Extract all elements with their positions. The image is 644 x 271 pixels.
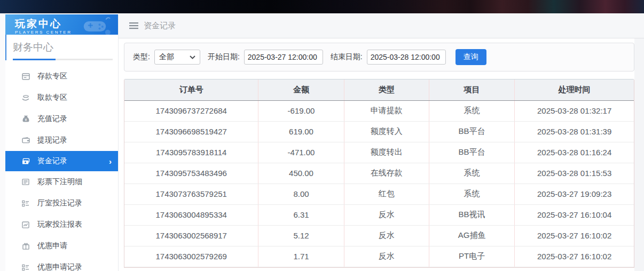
end-date-label: 结束日期:	[331, 52, 363, 62]
table-cell: -619.00	[258, 100, 344, 121]
table-row: 17430737635792518.00红包系统2025-03-27 19:09…	[124, 184, 634, 204]
table-cell: 申请提款	[344, 100, 429, 121]
table-cell: BB平台	[429, 121, 514, 142]
table-cell: BB视讯	[429, 204, 514, 225]
sidebar-menu: 存款专区取款专区¥充值记录提现记录资金记录›彩票下注明细厅室投注记录玩家投注报表…	[5, 66, 118, 271]
table-cell: -471.00	[258, 142, 344, 163]
sidebar-item-7[interactable]: 玩家投注报表	[5, 214, 118, 235]
table-cell: 1743073763579251	[124, 184, 258, 204]
sidebar-item-label: 优惠申请	[37, 241, 67, 251]
sidebar-item-label: 充值记录	[37, 114, 67, 124]
table-row: 17430630025792691.71反水PT电子2025-03-27 16:…	[124, 246, 634, 267]
sidebar-item-2[interactable]: ¥充值记录	[5, 108, 118, 130]
table-cell: 2025-03-27 19:09:23	[515, 184, 634, 204]
table-cell: 2025-03-28 01:31:39	[515, 121, 634, 142]
search-button[interactable]: 查询	[455, 49, 486, 65]
sidebar-item-label: 存款专区	[37, 71, 67, 81]
type-select-value: 全部	[159, 52, 174, 62]
table-header-row: 订单号金额类型项目处理时间	[124, 79, 634, 100]
moneybag-icon: ¥	[21, 115, 30, 123]
table-cell: 2025-03-27 16:10:02	[515, 225, 634, 246]
table-cell: 2025-03-28 01:16:24	[515, 142, 634, 163]
sidebar-item-5[interactable]: 彩票下注明细	[5, 171, 118, 193]
menu-toggle-icon[interactable]	[129, 22, 138, 29]
end-date-input[interactable]	[367, 50, 446, 65]
chart-icon	[21, 220, 30, 229]
finance-center-title: 财务中心	[13, 41, 113, 54]
table-row: 1743096698519427619.00额度转入BB平台2025-03-28…	[124, 121, 634, 142]
table-cell: 红包	[344, 184, 429, 204]
table-cell: 6.31	[258, 204, 344, 225]
sidebar-item-3[interactable]: 提现记录	[5, 130, 118, 151]
sidebar-item-label: 玩家投注报表	[37, 220, 82, 229]
banknotes-icon	[21, 157, 30, 165]
table-cell: 2025-03-27 16:10:04	[515, 204, 634, 225]
chevron-right-icon: ›	[109, 157, 112, 166]
table-cell: 反水	[344, 204, 429, 225]
records-table: 订单号金额类型项目处理时间 1743096737272684-619.00申请提…	[124, 79, 634, 267]
sidebar-item-8[interactable]: 优惠申请	[5, 235, 118, 257]
finance-section-header: 财务中心	[5, 35, 118, 60]
table-row: 17430630048953346.31反水BB视讯2025-03-27 16:…	[124, 204, 634, 225]
table-cell: 1743063004895334	[124, 204, 258, 225]
sidebar-item-label: 厅室投注记录	[37, 198, 82, 208]
sidebar-item-4[interactable]: 资金记录›	[5, 151, 118, 171]
table-cell: AG捕鱼	[429, 225, 514, 246]
sidebar-item-label: 取款专区	[37, 93, 67, 102]
type-select[interactable]: 全部	[154, 50, 200, 65]
table-cell: 1743095783918114	[124, 142, 258, 163]
table-cell: 1743063002579269	[124, 246, 258, 267]
sidebar-item-label: 提现记录	[37, 136, 67, 145]
table-cell: 系统	[429, 184, 514, 204]
sidebar-header: 玩家中心 PLAYERS CENTER	[5, 14, 118, 35]
table-cell: 反水	[344, 246, 429, 267]
table-cell: PT电子	[429, 246, 514, 267]
column-header: 金额	[258, 79, 344, 100]
sidebar-item-0[interactable]: 存款专区	[5, 66, 118, 87]
table-cell: 2025-03-28 01:32:17	[515, 100, 634, 121]
sidebar: 玩家中心 PLAYERS CENTER 财务中心 存款专区取款专区¥充值记录提现	[5, 14, 119, 271]
table-row: 1743095753483496450.00在线存款系统2025-03-28 0…	[124, 163, 634, 184]
sidebar-item-label: 优惠申请记录	[37, 262, 82, 271]
table-cell: 1743063002568917	[124, 225, 258, 246]
table-cell: 额度转出	[344, 142, 429, 163]
table-cell: 619.00	[258, 121, 344, 142]
wallet-icon	[21, 136, 30, 145]
table-cell: 1743096737272684	[124, 100, 258, 121]
type-label: 类型:	[133, 52, 150, 62]
start-date-input[interactable]	[244, 50, 323, 65]
sidebar-item-label: 彩票下注明细	[37, 177, 82, 187]
table-cell: 450.00	[258, 163, 344, 184]
table-cell: 系统	[429, 163, 514, 184]
chevron-down-icon	[190, 55, 195, 59]
table-row: 1743096737272684-619.00申请提款系统2025-03-28 …	[124, 100, 634, 121]
gift-icon	[21, 242, 30, 250]
gamepad-icon	[82, 17, 113, 38]
sidebar-item-9[interactable]: 优惠申请记录	[5, 257, 118, 271]
table-cell: 1.71	[258, 246, 344, 267]
table-cell: 2025-03-27 16:10:02	[515, 246, 634, 267]
column-header: 类型	[344, 79, 429, 100]
table-cell: 系统	[429, 100, 514, 121]
checklist-icon	[21, 199, 30, 208]
table-cell: BB平台	[429, 142, 514, 163]
sidebar-item-1[interactable]: 取款专区	[5, 87, 118, 108]
column-header: 处理时间	[515, 79, 634, 100]
deposit-card-icon	[21, 72, 30, 81]
main-area: 资金记录 类型: 全部 开始日期: 结束日期: 查询 订单号金额类型项目处理时间…	[119, 13, 644, 271]
sidebar-item-6[interactable]: 厅室投注记录	[5, 193, 118, 214]
table-cell: 在线存款	[344, 163, 429, 184]
sidebar-item-label: 资金记录	[37, 156, 67, 166]
page-title: 资金记录	[144, 21, 176, 31]
table-cell: 额度转入	[344, 121, 429, 142]
svg-text:¥: ¥	[25, 118, 27, 122]
table-cell: 1743096698519427	[124, 121, 258, 142]
section-underline	[13, 59, 113, 60]
top-banner	[0, 0, 644, 13]
withdraw-hand-icon	[21, 93, 30, 102]
table-row: 1743095783918114-471.00额度转出BB平台2025-03-2…	[124, 142, 634, 163]
breadcrumb: 资金记录	[119, 13, 644, 38]
records-table-wrap: 订单号金额类型项目处理时间 1743096737272684-619.00申请提…	[124, 79, 634, 268]
start-date-label: 开始日期:	[208, 52, 240, 62]
table-cell: 5.12	[258, 225, 344, 246]
